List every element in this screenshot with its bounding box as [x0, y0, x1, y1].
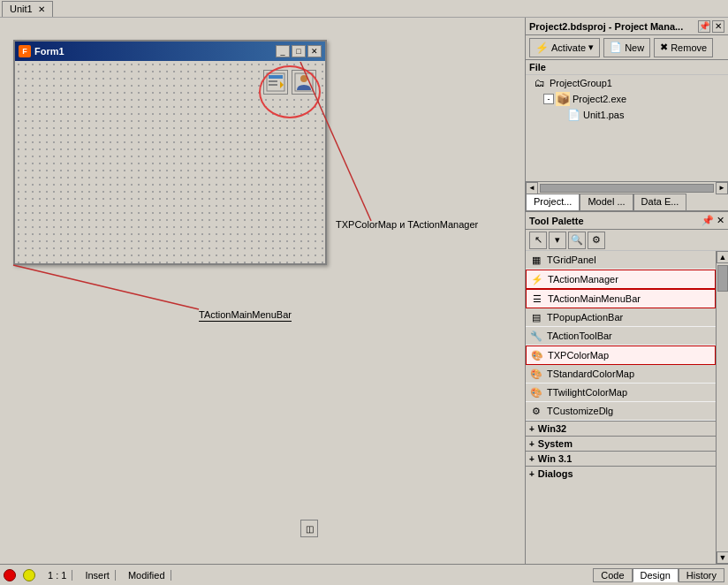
new-icon: 📄 [610, 42, 622, 53]
tree-item-project2[interactable]: - 📦 Project2.exe [526, 91, 728, 107]
tgridpanel-icon: ▦ [529, 253, 543, 267]
tp-title: Tool Palette [529, 216, 584, 226]
section-dialogs[interactable]: + Dialogs [526, 466, 716, 481]
system-expander: + [529, 439, 535, 449]
tactiontoolbar-label: TActionToolBar [547, 330, 612, 341]
project2-icon: 📦 [556, 92, 570, 106]
pm-controls: 📌 ✕ [698, 20, 724, 33]
content-area: F Form1 _ □ ✕ [0, 18, 728, 564]
tactionmainmenubar-label: TActionMainMenuBar [548, 293, 641, 304]
project2-label: Project2.exe [573, 94, 626, 104]
scroll-up[interactable]: ▲ [717, 251, 728, 263]
tp-controls: 📌 ✕ [701, 215, 724, 226]
tp-pin-btn[interactable]: 📌 [701, 215, 714, 226]
tool-ttwilight[interactable]: 🎨 TTwilightColorMap [526, 384, 716, 402]
tp-settings-btn[interactable]: ⚙ [588, 232, 605, 249]
new-btn[interactable]: 📄 New [603, 38, 650, 57]
pm-header: Project2.bdsproj - Project Mana... 📌 ✕ [526, 18, 728, 35]
tool-tactiontoolbar[interactable]: 🔧 TActionToolBar [526, 327, 716, 346]
status-bar: 1 : 1 Insert Modified Code Design Histor… [0, 564, 728, 585]
file-label: File [526, 60, 728, 75]
status-tab-code[interactable]: Code [593, 568, 632, 582]
win31-label: Win 3.1 [538, 453, 572, 464]
activate-btn[interactable]: ⚡ Activate ▾ [529, 38, 600, 57]
form-icon-action[interactable] [263, 70, 288, 95]
pm-tab-project[interactable]: Project... [526, 194, 580, 210]
tactionmanager-label: TActionManager [548, 274, 618, 285]
tool-tgridpanel[interactable]: ▦ TGridPanel [526, 251, 716, 270]
form-maximize-btn[interactable]: □ [292, 45, 306, 57]
svg-rect-1 [269, 75, 283, 79]
scroll-down[interactable]: ▼ [717, 551, 728, 564]
tstandardcolormap-icon: 🎨 [529, 367, 543, 381]
tool-tactionmainmenubar[interactable]: ☰ TActionMainMenuBar [526, 289, 716, 308]
svg-point-6 [300, 75, 307, 82]
form-minimize-btn[interactable]: _ [276, 45, 290, 57]
pm-toolbar: ⚡ Activate ▾ 📄 New ✖ Remove [526, 35, 728, 60]
tree-item-unit1[interactable]: + 📄 Unit1.pas [526, 107, 728, 123]
tool-palette: Tool Palette 📌 ✕ ↖ ▾ 🔍 ⚙ [526, 212, 728, 564]
section-win32[interactable]: + Win32 [526, 421, 716, 436]
svg-rect-3 [269, 84, 277, 86]
scroll-thumb[interactable] [717, 265, 728, 292]
txpcolormap-label: TXPColorMap [548, 350, 609, 361]
win32-expander: + [529, 424, 535, 434]
tool-txpcolormap[interactable]: 🎨 TXPColorMap [526, 346, 716, 365]
form-icon-person[interactable] [292, 70, 316, 95]
tool-tpopupactionbar[interactable]: ▤ TPopupActionBar [526, 308, 716, 327]
form-icons [263, 70, 316, 95]
remove-btn[interactable]: ✖ Remove [654, 38, 713, 57]
activate-dropdown: ▾ [588, 42, 594, 53]
tool-tstandardcolormap[interactable]: 🎨 TStandardColorMap [526, 365, 716, 384]
h-scroll-left[interactable]: ◄ [526, 182, 538, 194]
svg-line-8 [13, 265, 199, 309]
project2-expander[interactable]: - [543, 94, 554, 104]
status-red-indicator [4, 569, 16, 581]
activate-label: Activate [551, 42, 586, 53]
h-scroll-thumb[interactable] [540, 184, 714, 193]
tp-scrollbar: ▲ ▼ [716, 251, 728, 564]
bottom-right-btn[interactable]: ◫ [300, 520, 318, 537]
tp-cursor-btn[interactable]: ↖ [529, 232, 547, 249]
tool-tactionmanager[interactable]: ⚡ TActionManager [526, 270, 716, 289]
tool-tcustomizdlg[interactable]: ⚙ TCustomizeDlg [526, 402, 716, 421]
unit1-label: Unit1.pas [583, 110, 624, 120]
projectgroup-icon: 🗂 [533, 76, 547, 90]
tool-list: ▦ TGridPanel ⚡ TActionManager ☰ TActionM… [526, 251, 716, 564]
pm-tab-data[interactable]: Data E... [633, 194, 687, 210]
unit1-tab-close[interactable]: ✕ [38, 4, 45, 14]
unit1-tab[interactable]: Unit1 ✕ [2, 1, 53, 17]
txpcolormap-label: TXPColorMap и TActionManager [336, 219, 478, 230]
section-win31[interactable]: + Win 3.1 [526, 451, 716, 466]
pm-pin-btn[interactable]: 📌 [698, 20, 710, 33]
pm-close-btn[interactable]: ✕ [712, 20, 724, 33]
tp-close-btn[interactable]: ✕ [717, 215, 724, 226]
project-manager-panel: Project2.bdsproj - Project Mana... 📌 ✕ ⚡… [526, 18, 728, 212]
right-panel: Project2.bdsproj - Project Mana... 📌 ✕ ⚡… [525, 18, 728, 564]
pm-title: Project2.bdsproj - Project Mana... [529, 21, 683, 32]
tp-dropdown-btn[interactable]: ▾ [549, 232, 566, 249]
form-title-bar[interactable]: F Form1 _ □ ✕ [15, 42, 325, 61]
section-system[interactable]: + System [526, 436, 716, 451]
win31-expander: + [529, 454, 535, 464]
tpopupactionbar-label: TPopupActionBar [547, 312, 623, 323]
design-area[interactable]: F Form1 _ □ ✕ [0, 18, 525, 564]
status-tab-design[interactable]: Design [633, 568, 679, 582]
status-tab-history[interactable]: History [679, 568, 724, 582]
form-close-btn[interactable]: ✕ [307, 45, 322, 57]
tactionmanager-icon: ⚡ [530, 272, 544, 286]
tp-header: Tool Palette 📌 ✕ [526, 212, 728, 230]
scroll-track [717, 263, 728, 551]
unit1-icon: 📄 [566, 108, 580, 122]
tree-item-projectgroup[interactable]: 🗂 ProjectGroup1 [526, 75, 728, 91]
tactiontoolbar-icon: 🔧 [529, 329, 543, 343]
h-scroll-right[interactable]: ► [716, 182, 728, 194]
pm-tab-model[interactable]: Model ... [580, 194, 633, 210]
status-mode: Insert [80, 570, 116, 581]
status-yellow-indicator [23, 569, 35, 581]
txpcolormap-icon: 🎨 [530, 348, 544, 362]
form-icon: F [19, 45, 31, 57]
tactionmainmenubar-label: TActionMainMenuBar [199, 309, 292, 322]
pm-h-scroll[interactable]: ◄ ► [526, 181, 728, 194]
tp-search-btn[interactable]: 🔍 [568, 232, 586, 249]
